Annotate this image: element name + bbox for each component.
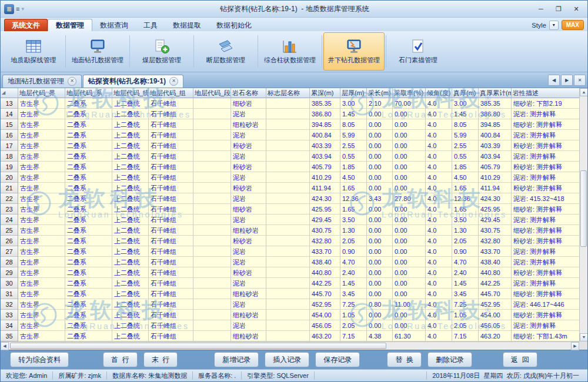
grid-cell[interactable] [193, 109, 231, 119]
save-record-button[interactable]: 保存记录 [315, 352, 360, 367]
grid-cell[interactable]: 二叠系 [65, 246, 112, 257]
grid-cell[interactable]: 0.00 [393, 267, 426, 278]
grid-cell[interactable]: 4.38 [367, 331, 393, 341]
delete-record-button[interactable]: 删除记录 [427, 352, 472, 367]
column-header[interactable]: 倾角(度) [426, 88, 452, 98]
grid-cell[interactable] [266, 289, 310, 299]
grid-cell[interactable] [266, 151, 310, 162]
column-header[interactable]: 地层代码_统 [112, 88, 149, 98]
grid-cell[interactable]: 细砂岩: 测井解释 [512, 310, 579, 320]
grid-cell[interactable]: 上二叠统 [112, 225, 149, 236]
grid-cell[interactable]: 上二叠统 [112, 119, 149, 130]
column-header[interactable]: 采长(m) [367, 88, 393, 98]
grid-cell[interactable]: 上二叠统 [112, 257, 149, 267]
grid-cell[interactable]: 石千峰组 [149, 299, 193, 310]
column-header[interactable]: 地层代码_段 [193, 88, 231, 98]
grid-cell[interactable] [193, 98, 231, 109]
grid-cell[interactable]: 4.0 [426, 225, 452, 236]
grid-cell[interactable]: 石千峰组 [149, 289, 193, 299]
grid-cell[interactable]: 细粒砂岩 [231, 289, 266, 299]
grid-cell[interactable]: 古生界 [18, 140, 65, 151]
table-row[interactable]: 24古生界二叠系上二叠统石千峰组泥岩429.453.500.000.004.03… [1, 215, 579, 225]
grid-cell[interactable]: 二叠系 [65, 289, 112, 299]
grid-cell[interactable]: 4.0 [426, 204, 452, 215]
grid-cell[interactable]: 386.80 [310, 109, 340, 119]
grid-cell[interactable] [193, 119, 231, 130]
grid-cell[interactable] [266, 278, 310, 289]
minimize-button[interactable]: ─ [532, 3, 550, 15]
app-icon[interactable]: ≣ [4, 4, 14, 14]
grid-cell[interactable]: 442.25 [479, 278, 512, 289]
grid-cell[interactable]: 463.20 [310, 331, 340, 341]
table-row[interactable]: 23古生界二叠系上二叠统石千峰组细砂岩425.951.650.000.004.0… [1, 204, 579, 215]
grid-cell[interactable] [193, 151, 231, 162]
grid-cell[interactable]: 4.0 [426, 310, 452, 320]
grid-cell[interactable]: 细粒砂岩 [231, 225, 266, 236]
grid-cell[interactable]: 70.00 [393, 98, 426, 109]
grid-cell[interactable]: 410.29 [479, 172, 512, 183]
grid-cell[interactable]: 429.45 [479, 215, 512, 225]
grid-cell[interactable]: 445.70 [479, 289, 512, 299]
grid-cell[interactable]: 438.40 [310, 257, 340, 267]
grid-cell[interactable]: 411.94 [479, 183, 512, 193]
grid-cell[interactable]: 泥岩: 415.32~418 [512, 193, 579, 204]
grid-cell[interactable]: 11.00 [393, 299, 426, 310]
table-row[interactable]: 29古生界二叠系上二叠统石千峰组粉砂岩440.802.400.000.004.0… [1, 267, 579, 278]
table-row[interactable]: 27古生界二叠系上二叠统石千峰组泥岩433.700.900.000.004.00… [1, 246, 579, 257]
first-row-button[interactable]: 首 行 [103, 352, 138, 367]
grid-cell[interactable]: 细粒砂岩 [231, 310, 266, 320]
grid-cell[interactable]: 上二叠统 [112, 98, 149, 109]
row-number[interactable]: 33 [1, 310, 18, 320]
grid-cell[interactable]: 细砂岩 [231, 204, 266, 215]
style-dropdown[interactable]: ▾ [549, 21, 559, 30]
grid-cell[interactable]: 二叠系 [65, 119, 112, 130]
grid-cell[interactable] [266, 246, 310, 257]
grid-cell[interactable] [193, 236, 231, 246]
grid-cell[interactable]: 2.05 [340, 236, 367, 246]
grid-cell[interactable] [266, 310, 310, 320]
grid-cell[interactable]: 二叠系 [65, 310, 112, 320]
row-number[interactable]: 31 [1, 289, 18, 299]
grid-cell[interactable]: 4.0 [426, 215, 452, 225]
grid-cell[interactable]: 3.00 [452, 98, 479, 109]
grid-cell[interactable]: 古生界 [18, 193, 65, 204]
grid-cell[interactable] [266, 172, 310, 183]
column-header[interactable]: 地层代码_组 [149, 88, 193, 98]
vertical-scrollbar[interactable]: ▲ ▼ [579, 88, 587, 341]
grid-cell[interactable]: 二叠系 [65, 320, 112, 331]
grid-cell[interactable]: 二叠系 [65, 98, 112, 109]
grid-cell[interactable]: 泥岩: 测井解释 [512, 320, 579, 331]
table-row[interactable]: 14古生界二叠系上二叠统石千峰组泥岩386.801.450.000.004.01… [1, 109, 579, 119]
grid-cell[interactable]: 细砂岩: 下部2.19 [512, 98, 579, 109]
grid-cell[interactable]: 1.65 [452, 204, 479, 215]
grid-cell[interactable]: 古生界 [18, 236, 65, 246]
grid-cell[interactable]: 4.0 [426, 140, 452, 151]
row-number[interactable]: 25 [1, 225, 18, 236]
grid-cell[interactable]: 440.80 [479, 267, 512, 278]
column-header[interactable]: 地层代码_系 [65, 88, 112, 98]
grid-cell[interactable]: 泥岩: 测井解释 [512, 130, 579, 140]
grid-cell[interactable]: 1.45 [340, 109, 367, 119]
column-header[interactable]: 真厚(m) [452, 88, 479, 98]
grid-cell[interactable]: 粉砂岩 [231, 267, 266, 278]
grid-cell[interactable]: 古生界 [18, 119, 65, 130]
grid-cell[interactable]: 古生界 [18, 109, 65, 119]
grid-cell[interactable]: 7.25 [452, 299, 479, 310]
table-row[interactable]: 35古生界二叠系上二叠统石千峰组细粒砂岩463.207.154.3861.304… [1, 331, 579, 341]
grid-cell[interactable]: 石千峰组 [149, 204, 193, 215]
grid-cell[interactable]: 4.0 [426, 257, 452, 267]
grid-cell[interactable]: 456.05 [479, 320, 512, 331]
grid-cell[interactable]: 0.90 [452, 246, 479, 257]
grid-cell[interactable]: 0.00 [367, 289, 393, 299]
grid-cell[interactable] [266, 140, 310, 151]
grid-cell[interactable]: 古生界 [18, 98, 65, 109]
ribbon-button-rock-gate-sketch[interactable]: 石门素描管理 [387, 32, 449, 71]
hscroll-thumb[interactable] [10, 343, 386, 349]
grid-cell[interactable]: 0.00 [393, 320, 426, 331]
grid-cell[interactable]: 12.36 [340, 193, 367, 204]
table-row[interactable]: 26古生界二叠系上二叠统石千峰组粉砂岩432.802.050.000.004.0… [1, 236, 579, 246]
grid-cell[interactable]: 452.95 [310, 299, 340, 310]
grid-cell[interactable]: 8.05 [340, 119, 367, 130]
column-header[interactable]: 标志层名称 [266, 88, 310, 98]
grid-cell[interactable]: 430.75 [310, 225, 340, 236]
